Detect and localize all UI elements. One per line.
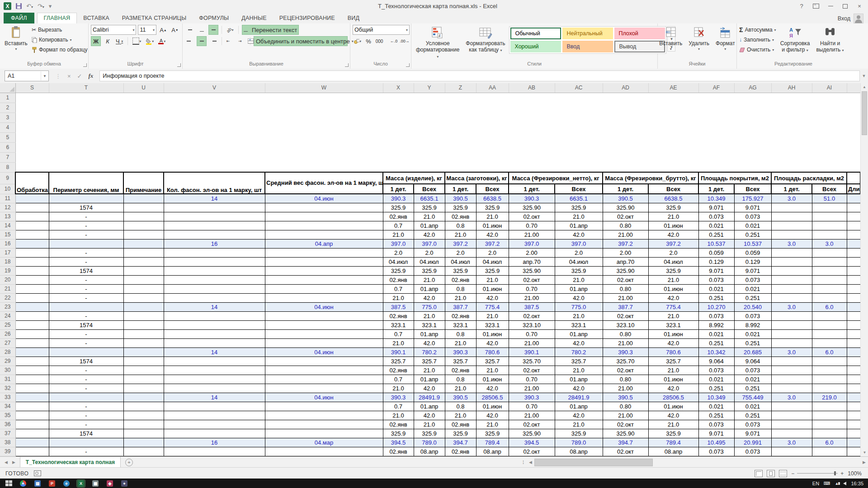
cell[interactable]: 01.июн [476, 375, 509, 384]
cell[interactable]: 21.0 [648, 275, 698, 284]
cell[interactable] [847, 375, 860, 384]
cell[interactable]: - [49, 420, 123, 429]
cell[interactable]: 04.июл [555, 257, 603, 266]
decrease-font-icon[interactable]: А▼ [170, 25, 180, 35]
table-subheader[interactable]: Всех [648, 184, 698, 194]
comma-format-icon[interactable]: 000 [374, 36, 384, 46]
cell[interactable]: 21.0 [414, 366, 445, 375]
table-subheader[interactable]: Всех [414, 184, 445, 194]
cell[interactable]: 01.апр [414, 284, 445, 293]
delete-cells-button[interactable]: Удалить▾ [686, 25, 712, 61]
row-header-39[interactable]: 39 [0, 447, 15, 456]
redo-icon[interactable]: ↷▾ [38, 3, 44, 9]
cell[interactable] [265, 257, 383, 266]
find-select-button[interactable]: Найти и выделить ▾ [814, 25, 846, 61]
cell[interactable]: 21.0 [414, 420, 445, 429]
cell[interactable]: 21.0 [445, 411, 476, 420]
cell[interactable] [771, 293, 812, 302]
cell[interactable]: 21.0 [445, 230, 476, 239]
row-header-31[interactable]: 31 [0, 375, 15, 384]
cell[interactable]: 390.1 [383, 347, 414, 357]
cell[interactable]: 9.071 [734, 429, 771, 438]
cell[interactable] [847, 438, 860, 447]
cell[interactable]: 780.2 [414, 347, 445, 357]
cell[interactable]: 397.2 [476, 239, 509, 248]
cell[interactable]: 0.251 [698, 230, 734, 239]
cell[interactable]: 10.537 [698, 239, 734, 248]
cell[interactable]: 325.9 [555, 203, 603, 212]
cell[interactable] [123, 239, 164, 248]
cell[interactable]: 390.5 [445, 393, 476, 402]
cell[interactable] [847, 248, 860, 257]
cell[interactable]: 325.90 [509, 429, 555, 438]
cell[interactable] [771, 420, 812, 429]
cell[interactable]: 0.251 [734, 384, 771, 393]
cell[interactable] [812, 293, 847, 302]
column-header-S[interactable]: S [15, 83, 49, 93]
table-header[interactable]: Обработка [15, 172, 49, 194]
cell[interactable]: 323.1 [555, 320, 603, 329]
cell[interactable]: 390.3 [509, 194, 555, 203]
cell[interactable]: 2.0 [476, 248, 509, 257]
cell[interactable]: 04.июн [265, 194, 383, 203]
cell[interactable]: 21.00 [603, 411, 648, 420]
cell[interactable] [15, 302, 49, 311]
confirm-entry-icon[interactable]: ✓ [77, 73, 82, 80]
table-subheader[interactable]: Всех [555, 184, 603, 194]
cell[interactable] [123, 338, 164, 347]
cell-style-нейтральный[interactable]: Нейтральный [562, 28, 613, 39]
horizontal-scroll-thumb[interactable] [534, 459, 653, 466]
cell[interactable] [15, 122, 860, 132]
cell[interactable]: 02.янв [383, 311, 414, 320]
cell[interactable] [265, 266, 383, 275]
cell[interactable] [15, 329, 49, 338]
cell[interactable] [265, 275, 383, 284]
cell[interactable]: 1574 [49, 357, 123, 366]
cell[interactable]: 0.7 [383, 284, 414, 293]
cell[interactable]: 04.июн [265, 393, 383, 402]
cell[interactable]: 0.073 [698, 311, 734, 320]
row-header-38[interactable]: 38 [0, 438, 15, 447]
cell[interactable] [164, 221, 265, 230]
cell[interactable]: 0.073 [698, 447, 734, 456]
cell[interactable] [123, 429, 164, 438]
cell[interactable]: 21.0 [445, 384, 476, 393]
cell[interactable]: 0.059 [734, 248, 771, 257]
scroll-down-icon[interactable]: ▼ [861, 449, 868, 456]
format-cells-button[interactable]: Формат▾ [713, 25, 737, 61]
cell[interactable]: 42.0 [648, 293, 698, 302]
cell[interactable] [15, 357, 49, 366]
cell[interactable] [123, 402, 164, 411]
row-header-36[interactable]: 36 [0, 420, 15, 429]
cell[interactable]: 14 [164, 194, 265, 203]
cell-style-ввод[interactable]: Ввод [562, 41, 613, 52]
cell-style-хороший[interactable]: Хороший [510, 41, 561, 52]
cell[interactable]: 397.2 [648, 239, 698, 248]
cell[interactable] [847, 338, 860, 347]
cell[interactable]: 0.8 [445, 375, 476, 384]
cell[interactable]: 20.685 [734, 347, 771, 357]
row-header-15[interactable]: 15 [0, 230, 15, 239]
scroll-left-icon[interactable]: ◀ [527, 460, 534, 465]
chrome-icon[interactable] [19, 480, 27, 487]
cell[interactable] [812, 384, 847, 393]
row-header-18[interactable]: 18 [0, 257, 15, 266]
cell[interactable]: 21.0 [476, 420, 509, 429]
cell[interactable]: 04.апр [265, 239, 383, 248]
cell[interactable] [15, 411, 49, 420]
ribbon-tab-вид[interactable]: ВИД [341, 13, 366, 23]
cell[interactable] [812, 275, 847, 284]
cell[interactable]: 1574 [49, 266, 123, 275]
cell[interactable]: 28506.5 [648, 393, 698, 402]
cell[interactable] [164, 338, 265, 347]
cell[interactable]: 175.927 [734, 194, 771, 203]
normal-view-icon[interactable] [755, 470, 763, 477]
cell[interactable]: 390.3 [603, 347, 648, 357]
cell[interactable]: 0.70 [509, 375, 555, 384]
cell[interactable] [265, 338, 383, 347]
cell[interactable] [812, 248, 847, 257]
align-left-icon[interactable] [185, 36, 195, 46]
cell[interactable] [15, 375, 49, 384]
cell[interactable] [771, 311, 812, 320]
qat-customize-icon[interactable]: ▾ [49, 3, 52, 9]
